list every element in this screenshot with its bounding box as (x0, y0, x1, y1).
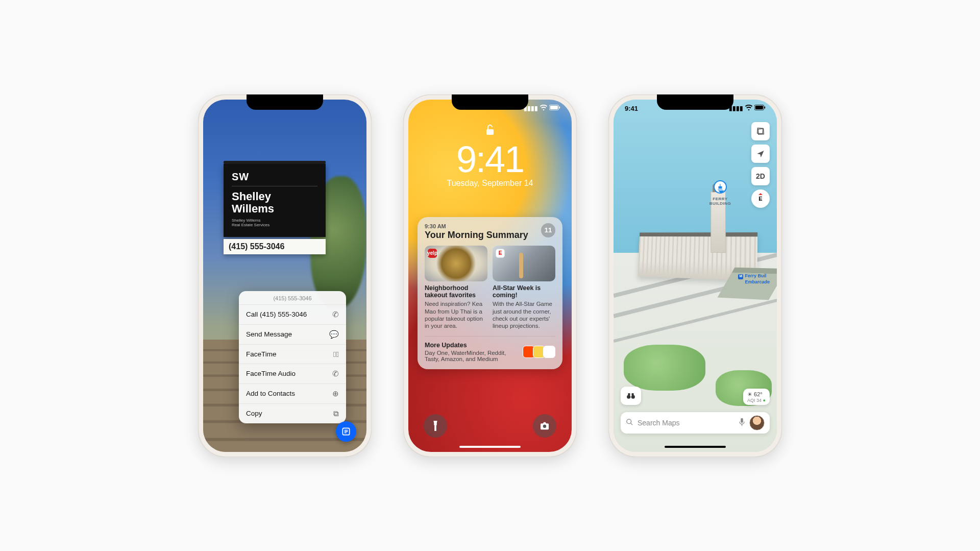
summary-card-2-body: With the All-Star Game just around the c… (493, 300, 555, 330)
live-text-button[interactable] (336, 421, 356, 442)
flashlight-button[interactable] (424, 414, 447, 438)
summary-count-badge: 11 (541, 223, 555, 237)
map-locate-button[interactable] (751, 145, 770, 163)
summary-card-1-body: Need inspiration? Kea Mao from Up Thai i… (425, 300, 487, 330)
svg-rect-12 (631, 393, 633, 395)
lock-icon (408, 124, 572, 139)
maps-screen[interactable]: FERRY BUILDING MFerry Buil Embarcade 9:4… (614, 100, 777, 452)
realtor-sign: SW Shelley Willems Shelley Willems Real … (224, 161, 326, 255)
call-label: Call (415) 555-3046 (246, 310, 307, 318)
map-compass[interactable]: E (751, 189, 770, 208)
summary-time: 9:30 AM (425, 223, 528, 229)
summary-card-2[interactable]: E All-Star Week is coming! With the All-… (493, 246, 555, 330)
phone-live-text: SW Shelley Willems Shelley Willems Real … (198, 94, 372, 457)
search-icon (626, 418, 633, 427)
transit-station-label[interactable]: MFerry Buil Embarcade (738, 273, 770, 284)
copy-icon: ⧉ (333, 409, 339, 418)
more-updates-body: Day One, WaterMinder, Reddit, Tasty, Ama… (425, 350, 520, 362)
svg-rect-3 (559, 106, 560, 108)
map-pin-ferry-building[interactable] (714, 180, 727, 194)
notch (452, 94, 528, 110)
mic-icon[interactable] (739, 418, 745, 428)
map-weather-chip[interactable]: ☀︎ 62° AQI 34 ● (743, 389, 770, 405)
ferry-building-3d (634, 191, 767, 278)
phone-icon: ✆ (332, 310, 339, 319)
sun-icon: ☀︎ (747, 391, 752, 397)
maps-search-bar[interactable]: Search Maps (621, 412, 770, 434)
sign-phone-number: (415) 555-3046 (224, 239, 326, 254)
facetime-action[interactable]: FaceTime ▢⃞ (239, 345, 346, 364)
facetime-audio-action[interactable]: FaceTime Audio ✆ (239, 364, 346, 384)
svg-point-5 (543, 424, 546, 427)
summary-card-1-head: Neighborhood takeout favorites (425, 284, 487, 299)
phone-icon: ✆ (332, 369, 339, 378)
notification-summary-card[interactable]: 9:30 AM Your Morning Summary 11 yelp Nei… (418, 217, 562, 369)
app-mini-icon (543, 346, 555, 358)
svg-rect-11 (628, 393, 630, 395)
facetime-audio-label: FaceTime Audio (246, 370, 296, 377)
home-indicator[interactable] (665, 446, 726, 448)
wifi-icon (540, 105, 547, 112)
yelp-chip: yelp (428, 249, 437, 258)
summary-more-updates[interactable]: More Updates Day One, WaterMinder, Reddi… (425, 336, 555, 362)
status-time: 9:41 (625, 105, 638, 112)
copy-label: Copy (246, 410, 262, 417)
summary-title: Your Morning Summary (425, 230, 528, 241)
phone-number-context-menu: (415) 555-3046 Call (415) 555-3046 ✆ Sen… (239, 291, 346, 423)
sign-logo: SW (232, 171, 317, 186)
summary-thumb-sports: E (493, 246, 555, 281)
video-icon: ▢⃞ (333, 350, 339, 358)
message-label: Send Message (246, 330, 292, 338)
svg-rect-4 (486, 129, 494, 135)
call-action[interactable]: Call (415) 555-3046 ✆ (239, 305, 346, 325)
summary-card-1[interactable]: yelp Neighborhood takeout favorites Need… (425, 246, 487, 330)
facetime-label: FaceTime (246, 350, 277, 358)
profile-avatar[interactable] (749, 415, 765, 430)
search-placeholder: Search Maps (638, 419, 734, 427)
svg-point-13 (627, 419, 631, 423)
more-updates-title: More Updates (425, 342, 520, 349)
espn-chip: E (496, 249, 505, 258)
add-contacts-label: Add to Contacts (246, 390, 295, 397)
notch (657, 94, 733, 110)
context-menu-header: (415) 555-3046 (239, 291, 346, 305)
more-updates-app-icons (525, 346, 555, 358)
sign-agent-name: Shelley Willems (232, 190, 317, 215)
message-action[interactable]: Send Message 💬 (239, 325, 346, 345)
map-2d-button[interactable]: 2D (751, 167, 770, 185)
summary-card-2-head: All-Star Week is coming! (493, 284, 555, 299)
message-icon: 💬 (329, 330, 339, 339)
map-layers-button[interactable] (751, 122, 770, 140)
home-indicator[interactable] (459, 446, 521, 448)
battery-icon (754, 105, 766, 112)
battery-icon (549, 105, 560, 112)
map-lookaround-button[interactable] (621, 387, 641, 405)
transit-icon: M (738, 274, 743, 279)
lock-date: Tuesday, September 14 (408, 179, 572, 188)
lock-header: 9:41 Tuesday, September 14 (408, 124, 572, 188)
camera-live-text-screen: SW Shelley Willems Shelley Willems Real … (203, 100, 366, 452)
map-park (624, 345, 705, 391)
notch (247, 94, 323, 110)
svg-rect-2 (550, 106, 558, 109)
wifi-icon (745, 105, 752, 112)
svg-rect-7 (755, 106, 763, 109)
add-contacts-action[interactable]: Add to Contacts ⊕ (239, 384, 346, 404)
svg-point-10 (631, 395, 635, 398)
camera-button[interactable] (533, 414, 556, 438)
map-controls: 2D E (751, 122, 770, 208)
svg-rect-8 (764, 106, 765, 108)
phone-maps: FERRY BUILDING MFerry Buil Embarcade 9:4… (608, 94, 782, 457)
svg-point-9 (627, 395, 630, 398)
summary-thumb-food: yelp (425, 246, 487, 281)
map-pin-label: FERRY BUILDING (703, 197, 737, 206)
svg-rect-14 (741, 418, 743, 422)
lock-screen: ▮▮▮▮ 9:41 Tuesday, September 14 9:30 AM … (408, 100, 572, 452)
lock-time: 9:41 (408, 141, 572, 178)
copy-action[interactable]: Copy ⧉ (239, 404, 346, 423)
phone-lock-screen: ▮▮▮▮ 9:41 Tuesday, September 14 9:30 AM … (403, 94, 577, 457)
add-contact-icon: ⊕ (332, 389, 339, 398)
sign-subtitle: Shelley Willems Real Estate Services (232, 218, 317, 228)
